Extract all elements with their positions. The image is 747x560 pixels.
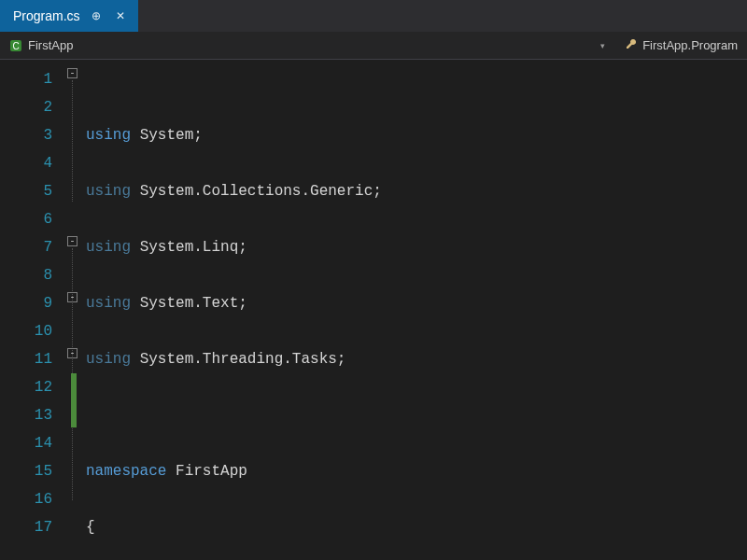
fold-toggle[interactable]: - xyxy=(67,236,78,246)
line-number: 6 xyxy=(0,205,52,233)
code-line: using System.Linq; xyxy=(86,233,747,261)
line-number: 10 xyxy=(0,317,52,345)
fold-guide xyxy=(72,80,73,202)
fold-column: - - - - xyxy=(65,60,86,560)
line-number: 17 xyxy=(0,513,52,541)
line-number: 15 xyxy=(0,457,52,485)
line-number: 16 xyxy=(0,485,52,513)
svg-text:C: C xyxy=(12,41,19,51)
fold-toggle[interactable]: - xyxy=(67,68,78,78)
tab-filename: Program.cs xyxy=(13,8,80,23)
code-line: namespace FirstApp xyxy=(86,457,747,485)
tab-program-cs[interactable]: Program.cs ⊕ ✕ xyxy=(0,0,138,32)
csharp-project-icon: C xyxy=(9,39,22,52)
code-line xyxy=(86,401,747,429)
tab-bar: Program.cs ⊕ ✕ xyxy=(0,0,747,32)
line-number-gutter: 1 2 3 4 5 6 7 8 9 10 11 12 13 14 15 16 1… xyxy=(0,60,65,560)
line-number: 8 xyxy=(0,261,52,289)
line-number: 1 xyxy=(0,65,52,93)
code-line: using System.Text; xyxy=(86,289,747,317)
line-number: 7 xyxy=(0,233,52,261)
project-scope-dropdown[interactable]: C FirstApp xyxy=(9,38,73,52)
project-name: FirstApp xyxy=(28,38,73,52)
fold-toggle[interactable]: - xyxy=(67,292,78,302)
line-number: 13 xyxy=(0,401,52,429)
code-line: using System.Threading.Tasks; xyxy=(86,345,747,373)
code-line: using System.Collections.Generic; xyxy=(86,177,747,205)
scope-name: FirstApp.Program xyxy=(642,38,738,52)
code-content[interactable]: using System; using System.Collections.G… xyxy=(86,60,747,560)
wrench-icon xyxy=(624,37,637,53)
pin-icon[interactable]: ⊕ xyxy=(88,7,105,24)
navigation-bar: C FirstApp ▾ FirstApp.Program xyxy=(0,32,747,60)
code-line: { xyxy=(86,513,747,541)
close-icon[interactable]: ✕ xyxy=(112,7,129,24)
code-line: using System; xyxy=(86,121,747,149)
change-marker xyxy=(71,373,77,427)
line-number: 14 xyxy=(0,429,52,457)
line-number: 4 xyxy=(0,149,52,177)
line-number: 2 xyxy=(0,93,52,121)
line-number: 11 xyxy=(0,345,52,373)
fold-toggle[interactable]: - xyxy=(67,348,78,358)
line-number: 9 xyxy=(0,289,52,317)
member-scope-dropdown[interactable]: FirstApp.Program xyxy=(624,37,738,53)
line-number: 12 xyxy=(0,373,52,401)
code-editor[interactable]: 1 2 3 4 5 6 7 8 9 10 11 12 13 14 15 16 1… xyxy=(0,60,747,560)
chevron-down-icon[interactable]: ▾ xyxy=(600,41,605,50)
line-number: 5 xyxy=(0,177,52,205)
line-number: 3 xyxy=(0,121,52,149)
